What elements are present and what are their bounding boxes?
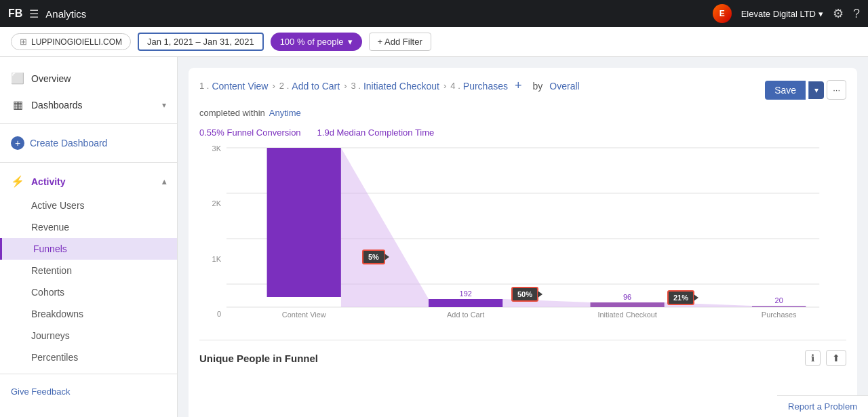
- y-label-1k: 1K: [212, 255, 224, 263]
- funnel-step-1: 1 . Content View: [199, 81, 268, 92]
- anytime-link[interactable]: Anytime: [269, 108, 301, 118]
- chart-area: 3.66K 192 96: [199, 144, 846, 334]
- y-label-3k: 3K: [212, 144, 224, 153]
- step-3-num: 3 .: [351, 81, 360, 91]
- activity-chevron-icon: ▴: [162, 177, 166, 186]
- step-3-name[interactable]: Initiated Checkout: [363, 81, 439, 92]
- section-icons: ℹ ⬆: [805, 350, 846, 366]
- sidebar-item-overview[interactable]: ⬜ Overview: [0, 65, 177, 92]
- sidebar-item-cohorts[interactable]: Cohorts: [0, 281, 177, 303]
- export-icon-button[interactable]: ⬆: [826, 350, 846, 366]
- sidebar-item-retention[interactable]: Retention: [0, 260, 177, 281]
- plus-circle-icon: +: [11, 136, 24, 150]
- sidebar-item-dashboards[interactable]: ▦ Dashboards ▾: [0, 92, 177, 118]
- people-filter[interactable]: 100 % of people ▾: [271, 33, 362, 51]
- people-pct-label: 100 % of people: [280, 37, 344, 47]
- sidebar-item-breakdowns[interactable]: Breakdowns: [0, 303, 177, 325]
- fb-logo: FB: [8, 7, 22, 20]
- top-navigation: FB ☰ Analytics E Elevate Digital LTD ▾ ⚙…: [0, 0, 868, 27]
- svg-text:Add to Cart: Add to Cart: [447, 311, 484, 319]
- unique-people-title: Unique People in Funnel: [199, 353, 318, 364]
- funnel-card: 1 . Content View › 2 . Add to Cart › 3 .…: [189, 68, 857, 417]
- bar-add-to-cart[interactable]: [429, 299, 502, 307]
- y-label-2k: 2K: [212, 199, 224, 207]
- sidebar-item-percentiles[interactable]: Percentiles: [0, 346, 177, 368]
- settings-icon[interactable]: ⚙: [833, 6, 844, 21]
- help-icon[interactable]: ?: [853, 7, 860, 21]
- pct-label-50: 50%: [517, 290, 532, 298]
- website-selector[interactable]: ⊞ LUPPINOGIOIELLI.COM: [11, 33, 131, 50]
- step-2-name[interactable]: Add to Cart: [292, 81, 340, 92]
- sidebar-divider-3: [0, 374, 177, 374]
- conversion-badge-5pct: 5%: [362, 250, 385, 264]
- funnel-conversion-stat[interactable]: 0.55% Funnel Conversion: [199, 127, 301, 138]
- sidebar-item-revenue[interactable]: Revenue: [0, 216, 177, 238]
- info-icon-button[interactable]: ℹ: [805, 350, 821, 366]
- people-chevron-icon: ▾: [348, 37, 353, 47]
- funnel-shape-1: [341, 148, 429, 307]
- conversion-badge-50pct: 50%: [511, 287, 538, 302]
- sidebar-item-funnels[interactable]: Funnels: [0, 238, 177, 260]
- completed-within-row: completed within Anytime: [199, 108, 846, 118]
- conversion-badge-21pct: 21%: [667, 290, 694, 305]
- sidebar-activity-section[interactable]: ⚡ Activity ▴: [0, 168, 177, 195]
- pct-label-21: 21%: [673, 294, 688, 302]
- funnel-step-3: 3 . Initiated Checkout: [351, 81, 439, 92]
- website-name: LUPPINOGIOIELLI.COM: [31, 37, 122, 47]
- bar-purchases[interactable]: [752, 306, 806, 307]
- bar-content-view[interactable]: [267, 148, 341, 297]
- step-separator-2: ›: [344, 81, 347, 91]
- create-dashboard-button[interactable]: + Create Dashboard: [0, 130, 177, 157]
- step-separator-1: ›: [272, 81, 275, 91]
- overview-icon: ⬜: [11, 72, 24, 85]
- app-title: Analytics: [45, 8, 86, 20]
- svg-text:20: 20: [775, 296, 783, 304]
- save-button[interactable]: Save: [765, 81, 806, 100]
- report-problem-button[interactable]: Report a Problem: [777, 395, 868, 417]
- date-range-selector[interactable]: Jan 1, 2021 – Jan 31, 2021: [138, 33, 264, 51]
- give-feedback-button[interactable]: Give Feedback: [0, 380, 177, 403]
- stats-row: 0.55% Funnel Conversion 1.9d Median Comp…: [199, 127, 846, 138]
- save-dropdown-button[interactable]: ▾: [808, 81, 824, 99]
- filter-bar: ⊞ LUPPINOGIOIELLI.COM Jan 1, 2021 – Jan …: [0, 27, 868, 57]
- activity-label: Activity: [31, 176, 66, 187]
- step-4-name[interactable]: Purchases: [463, 81, 508, 92]
- account-avatar: E: [713, 4, 732, 23]
- page-body: ⬜ Overview ▦ Dashboards ▾ + Create Dashb…: [0, 57, 868, 417]
- step-4-num: 4 .: [450, 81, 460, 91]
- add-filter-button[interactable]: + Add Filter: [369, 33, 431, 51]
- svg-text:96: 96: [623, 293, 631, 301]
- account-name[interactable]: Elevate Digital LTD ▾: [741, 9, 823, 19]
- save-button-group: Save ▾ ···: [765, 80, 846, 100]
- sidebar-item-active-users[interactable]: Active Users: [0, 195, 177, 216]
- sidebar-item-journeys[interactable]: Journeys: [0, 325, 177, 346]
- add-step-button[interactable]: +: [515, 79, 522, 93]
- sidebar-divider-1: [0, 123, 177, 124]
- funnel-steps: 1 . Content View › 2 . Add to Cart › 3 .…: [199, 79, 580, 93]
- menu-icon[interactable]: ☰: [29, 7, 39, 20]
- overview-label: Overview: [31, 73, 71, 84]
- dashboards-label: Dashboards: [31, 100, 83, 111]
- dashboards-chevron-icon: ▾: [162, 100, 166, 110]
- svg-text:3.66K: 3.66K: [294, 144, 314, 146]
- sidebar-divider-2: [0, 162, 177, 163]
- step-1-name[interactable]: Content View: [212, 81, 268, 92]
- svg-text:Initiated Checkout: Initiated Checkout: [597, 311, 656, 319]
- step-2-num: 2 .: [279, 81, 289, 91]
- y-label-0: 0: [217, 310, 224, 318]
- create-dashboard-label: Create Dashboard: [30, 138, 107, 148]
- bar-initiated-checkout[interactable]: [590, 302, 664, 307]
- step-separator-3: ›: [443, 81, 446, 91]
- median-completion-stat[interactable]: 1.9d Median Completion Time: [317, 127, 435, 138]
- overall-label[interactable]: Overall: [549, 81, 579, 92]
- website-icon: ⊞: [20, 37, 27, 47]
- top-nav-right: E Elevate Digital LTD ▾ ⚙ ?: [713, 4, 860, 23]
- svg-text:Content View: Content View: [282, 311, 326, 319]
- chevron-down-icon: ▾: [818, 9, 823, 19]
- funnel-step-4: 4 . Purchases: [450, 81, 508, 92]
- funnel-steps-row: 1 . Content View › 2 . Add to Cart › 3 .…: [199, 79, 846, 101]
- more-options-button[interactable]: ···: [827, 80, 846, 100]
- y-axis: 3K 2K 1K 0: [199, 144, 224, 318]
- step-1-num: 1 .: [199, 81, 209, 91]
- by-label: by: [533, 81, 543, 92]
